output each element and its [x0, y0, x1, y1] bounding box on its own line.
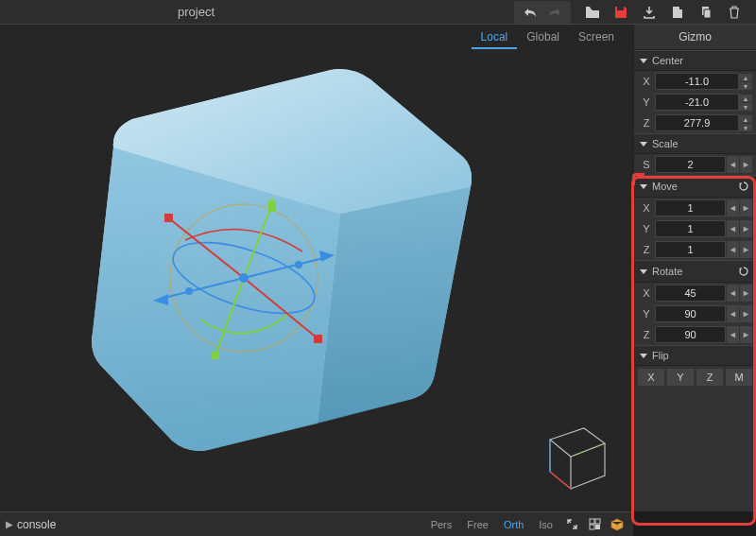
scale-s-input[interactable]: [655, 156, 726, 173]
rotate-z-dec[interactable]: ◄: [726, 326, 739, 343]
gizmo-panel: Gizmo Center X▲▼ Y▲▼ Z▲▼ Scale S◄► Move …: [633, 25, 756, 511]
console-label[interactable]: console: [17, 518, 56, 531]
center-z-input[interactable]: [655, 114, 739, 131]
rotate-x-inc[interactable]: ►: [739, 285, 752, 302]
undo-button[interactable]: [520, 3, 541, 22]
expand-icon[interactable]: [561, 515, 582, 534]
svg-rect-10: [212, 352, 219, 359]
move-y-dec[interactable]: ◄: [726, 220, 739, 237]
save-button[interactable]: [609, 3, 633, 22]
rotate-y-inc[interactable]: ►: [739, 305, 752, 322]
center-x-input[interactable]: [655, 73, 739, 90]
rotate-y-dec[interactable]: ◄: [726, 305, 739, 322]
flip-m-button[interactable]: M: [726, 369, 752, 386]
svg-rect-26: [595, 525, 600, 529]
flip-y-button[interactable]: Y: [667, 369, 694, 386]
move-y-input[interactable]: [655, 220, 726, 237]
move-x-dec[interactable]: ◄: [726, 199, 739, 216]
redo-button[interactable]: [544, 3, 565, 22]
rotate-z-inc[interactable]: ►: [739, 326, 752, 343]
rotate-x-input[interactable]: [655, 285, 726, 302]
panel-title: Gizmo: [634, 25, 756, 50]
center-z-dn[interactable]: ▼: [739, 123, 752, 131]
svg-rect-3: [164, 214, 173, 222]
cube-mesh[interactable]: [92, 69, 472, 451]
flip-z-button[interactable]: Z: [696, 369, 723, 386]
svg-rect-23: [590, 519, 594, 524]
center-y-input[interactable]: [655, 94, 739, 111]
scale-s-dec[interactable]: ◄: [726, 156, 739, 173]
svg-rect-8: [268, 200, 276, 208]
scene-svg: [0, 25, 624, 507]
top-toolbar: project: [0, 0, 756, 25]
view-orth[interactable]: Orth: [497, 516, 530, 533]
project-title: project: [178, 5, 215, 19]
flip-x-button[interactable]: X: [638, 369, 664, 386]
center-y-up[interactable]: ▲: [739, 94, 752, 102]
move-z-inc[interactable]: ►: [739, 241, 752, 258]
rotate-y-input[interactable]: [655, 305, 726, 322]
svg-point-13: [185, 287, 193, 295]
bottom-bar: ▶ console Pers Free Orth Iso: [0, 511, 633, 536]
section-center[interactable]: Center: [634, 50, 756, 71]
svg-rect-24: [595, 519, 600, 524]
center-x-dn[interactable]: ▼: [739, 81, 752, 90]
section-scale[interactable]: Scale: [634, 133, 756, 154]
center-x-up[interactable]: ▲: [739, 73, 752, 81]
scale-s-inc[interactable]: ►: [739, 156, 752, 173]
grid-icon[interactable]: [584, 515, 605, 534]
trash-button[interactable]: [722, 3, 747, 22]
center-y-dn[interactable]: ▼: [739, 102, 752, 111]
move-z-input[interactable]: [655, 241, 726, 258]
svg-point-16: [295, 261, 302, 268]
rotate-reset-icon[interactable]: [737, 265, 750, 278]
svg-line-18: [550, 472, 571, 489]
section-rotate[interactable]: Rotate: [634, 260, 756, 283]
move-x-input[interactable]: [655, 199, 726, 216]
move-x-inc[interactable]: ►: [739, 199, 752, 216]
orientation-cube[interactable]: [533, 415, 616, 498]
view-free[interactable]: Free: [460, 516, 495, 533]
open-button[interactable]: [580, 3, 605, 22]
svg-rect-25: [590, 525, 594, 529]
rotate-z-input[interactable]: [655, 326, 726, 343]
section-move[interactable]: Move: [634, 175, 756, 198]
cube-icon[interactable]: [607, 515, 627, 534]
new-doc-button[interactable]: [665, 3, 690, 22]
copy-button[interactable]: [694, 3, 718, 22]
download-button[interactable]: [637, 3, 662, 22]
move-y-inc[interactable]: ►: [739, 220, 752, 237]
section-flip[interactable]: Flip: [634, 345, 756, 366]
console-caret-icon[interactable]: ▶: [6, 519, 13, 529]
viewport-3d[interactable]: Local Global Screen: [0, 25, 633, 511]
move-reset-icon[interactable]: [737, 180, 750, 193]
view-pers[interactable]: Pers: [424, 516, 459, 533]
center-z-up[interactable]: ▲: [739, 114, 752, 123]
view-iso[interactable]: Iso: [532, 516, 559, 533]
svg-point-17: [239, 273, 249, 283]
move-z-dec[interactable]: ◄: [726, 241, 739, 258]
rotate-x-dec[interactable]: ◄: [726, 285, 739, 302]
svg-rect-5: [314, 335, 322, 343]
